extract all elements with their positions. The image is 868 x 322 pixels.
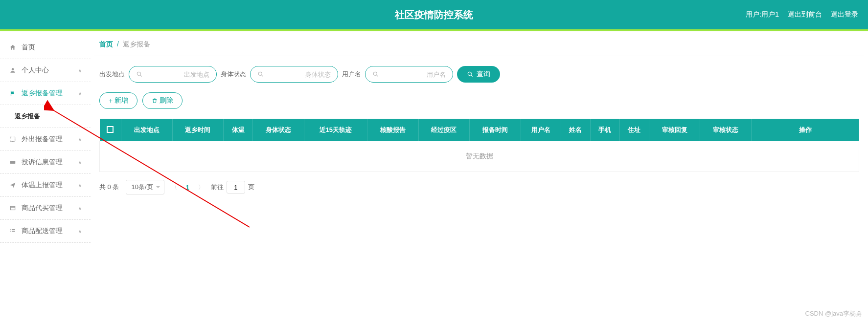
add-button[interactable]: + 新增 bbox=[99, 92, 137, 109]
prev-page-button[interactable]: 〈 bbox=[171, 183, 177, 192]
sidebar-item-temperature[interactable]: 体温上报管理 ∨ bbox=[0, 174, 91, 197]
search-label-location: 出发地点 bbox=[99, 70, 125, 79]
page-goto: 前往 页 bbox=[211, 181, 254, 193]
sidebar-item-label: 商品代买管理 bbox=[22, 204, 78, 213]
goto-input[interactable] bbox=[227, 181, 245, 193]
goto-prefix: 前往 bbox=[211, 183, 224, 192]
sidebar-item-home[interactable]: 首页 bbox=[0, 36, 91, 59]
breadcrumb-current: 返乡报备 bbox=[123, 40, 150, 48]
pagination: 共 0 条 10条/页 〈 1 〉 前往 页 bbox=[94, 172, 864, 202]
sidebar-item-return-report[interactable]: 返乡报备管理 ∧ bbox=[0, 82, 91, 105]
table-col-actions: 操作 bbox=[752, 119, 859, 141]
table-col: 出发地点 bbox=[121, 119, 173, 141]
search-input-location[interactable] bbox=[143, 71, 209, 78]
breadcrumb-home[interactable]: 首页 bbox=[99, 40, 113, 48]
sidebar-item-label: 外出报备管理 bbox=[22, 135, 78, 144]
chevron-down-icon: ∨ bbox=[78, 137, 82, 142]
search-icon bbox=[467, 71, 474, 78]
svg-rect-5 bbox=[12, 229, 15, 230]
chevron-down-icon: ∨ bbox=[78, 206, 82, 211]
user-label[interactable]: 用户:用户1 bbox=[746, 10, 779, 19]
checkbox-icon[interactable] bbox=[107, 126, 114, 133]
page-nav: 〈 1 〉 bbox=[171, 183, 204, 192]
header-right: 用户:用户1 退出到前台 退出登录 bbox=[746, 10, 858, 19]
empty-text: 暂无数据 bbox=[100, 141, 859, 172]
search-button-label: 查询 bbox=[477, 70, 490, 79]
user-icon bbox=[9, 66, 17, 74]
svg-rect-3 bbox=[10, 207, 15, 210]
sidebar-item-delivery[interactable]: 商品配送管理 ∨ bbox=[0, 220, 91, 243]
sidebar-item-outgoing-report[interactable]: 外出报备管理 ∨ bbox=[0, 128, 91, 151]
search-input-wrap-location[interactable] bbox=[129, 66, 217, 83]
table-col: 住址 bbox=[619, 119, 649, 141]
app-title: 社区疫情防控系统 bbox=[395, 8, 473, 21]
svg-point-0 bbox=[12, 68, 14, 70]
table-col: 审核状态 bbox=[700, 119, 752, 141]
add-button-label: 新增 bbox=[114, 96, 128, 105]
select-all-header[interactable] bbox=[100, 119, 121, 141]
search-input-username[interactable] bbox=[379, 71, 446, 78]
sidebar-item-label: 体温上报管理 bbox=[22, 181, 78, 190]
search-input-wrap-username[interactable] bbox=[365, 66, 453, 83]
svg-rect-7 bbox=[12, 231, 15, 232]
list-icon bbox=[9, 227, 17, 235]
svg-point-11 bbox=[468, 72, 471, 75]
table-col: 手机 bbox=[590, 119, 619, 141]
delete-button-label: 删除 bbox=[160, 96, 173, 105]
delete-button[interactable]: 删除 bbox=[142, 92, 183, 109]
flag-icon bbox=[9, 89, 17, 97]
action-row: + 新增 删除 bbox=[94, 92, 864, 109]
sidebar-item-label: 投诉信息管理 bbox=[22, 158, 78, 167]
chevron-down-icon: ∨ bbox=[78, 183, 82, 188]
svg-point-9 bbox=[258, 72, 262, 75]
expand-icon bbox=[9, 135, 17, 143]
sidebar-item-label: 首页 bbox=[22, 43, 82, 52]
table-col: 近15天轨迹 bbox=[304, 119, 367, 141]
table-header: 出发地点 返乡时间 体温 身体状态 近15天轨迹 核酸报告 经过疫区 报备时间 … bbox=[100, 119, 859, 141]
search-input-health[interactable] bbox=[264, 71, 331, 78]
search-input-wrap-health[interactable] bbox=[250, 66, 338, 83]
page-number[interactable]: 1 bbox=[186, 184, 189, 191]
svg-point-10 bbox=[373, 72, 377, 75]
table-col: 经过疫区 bbox=[418, 119, 470, 141]
search-button[interactable]: 查询 bbox=[457, 66, 500, 83]
table-col: 体温 bbox=[224, 119, 253, 141]
table-col: 审核回复 bbox=[649, 119, 700, 141]
sidebar-item-profile[interactable]: 个人中心 ∨ bbox=[0, 59, 91, 82]
cart-icon bbox=[9, 204, 17, 212]
send-icon bbox=[9, 181, 17, 189]
sidebar-item-label: 商品配送管理 bbox=[22, 227, 78, 236]
breadcrumb: 首页 / 返乡报备 bbox=[94, 31, 864, 56]
page-size-select[interactable]: 10条/页 bbox=[126, 180, 164, 194]
table-col: 用户名 bbox=[521, 119, 561, 141]
search-label-health: 身体状态 bbox=[221, 70, 246, 79]
table-col: 姓名 bbox=[561, 119, 590, 141]
next-page-button[interactable]: 〉 bbox=[198, 183, 204, 192]
search-icon bbox=[136, 71, 143, 78]
main-content: 首页 / 返乡报备 出发地点 身体状态 用户名 查询 bbox=[91, 31, 868, 243]
data-table: 出发地点 返乡时间 体温 身体状态 近15天轨迹 核酸报告 经过疫区 报备时间 … bbox=[99, 119, 859, 172]
chevron-down-icon: ∨ bbox=[78, 160, 82, 165]
sidebar-subitem-return-report[interactable]: 返乡报备 bbox=[0, 105, 91, 128]
breadcrumb-sep: / bbox=[117, 40, 119, 48]
svg-point-8 bbox=[137, 72, 140, 75]
chevron-up-icon: ∧ bbox=[78, 91, 82, 96]
search-row: 出发地点 身体状态 用户名 查询 bbox=[94, 66, 864, 83]
goto-suffix: 页 bbox=[248, 183, 254, 192]
sidebar-item-label: 个人中心 bbox=[22, 66, 78, 75]
empty-row: 暂无数据 bbox=[100, 141, 859, 172]
sidebar-item-complaint[interactable]: 投诉信息管理 ∨ bbox=[0, 151, 91, 174]
logout-link[interactable]: 退出登录 bbox=[831, 10, 858, 19]
total-count: 共 0 条 bbox=[99, 183, 119, 192]
plus-icon: + bbox=[109, 97, 113, 105]
svg-rect-6 bbox=[10, 231, 11, 232]
table-col: 核酸报告 bbox=[367, 119, 418, 141]
table-col: 返乡时间 bbox=[172, 119, 224, 141]
to-front-link[interactable]: 退出到前台 bbox=[788, 10, 822, 19]
svg-rect-2 bbox=[10, 161, 16, 164]
table-col: 身体状态 bbox=[253, 119, 304, 141]
ticket-icon bbox=[9, 158, 17, 166]
sidebar-item-label: 返乡报备管理 bbox=[22, 89, 78, 98]
table-wrap: 出发地点 返乡时间 体温 身体状态 近15天轨迹 核酸报告 经过疫区 报备时间 … bbox=[94, 119, 864, 172]
sidebar-item-purchase[interactable]: 商品代买管理 ∨ bbox=[0, 197, 91, 220]
